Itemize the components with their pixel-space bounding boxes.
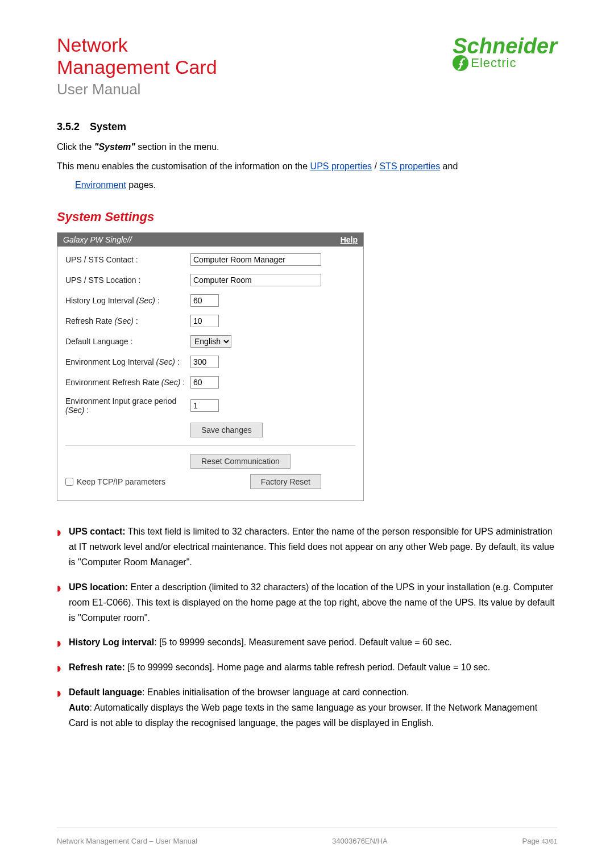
logo-text-top: Schneider [453,34,557,59]
device-name: Galaxy PW Single// [63,235,132,244]
footer-rule [57,828,557,828]
bullet-icon: ◗ [57,582,61,626]
bullet-history-log: History Log interval: [5 to 99999 second… [69,635,452,650]
env-refresh-rate-input[interactable] [190,376,219,389]
sts-properties-link[interactable]: STS properties [379,161,440,171]
help-link[interactable]: Help [341,235,358,244]
system-settings-panel: Galaxy PW Single// Help UPS / STS Contac… [57,232,364,501]
keep-tcpip-row[interactable]: Keep TCP/IP parameters [65,477,165,486]
logo-text-bottom: Electric [471,56,516,70]
keep-tcpip-checkbox[interactable] [65,478,73,486]
footer-center: 34003676EN/HA [332,837,388,845]
ups-location-label: UPS / STS Location : [65,276,190,285]
doc-title-line2: Management Card [57,56,217,78]
history-interval-input[interactable] [190,294,219,307]
env-log-interval-label: Environment Log Interval (Sec) : [65,357,190,366]
bullet-icon: ◗ [57,687,61,731]
factory-reset-button[interactable]: Factory Reset [250,474,321,489]
bullet-default-language: Default language: Enables initialisation… [69,685,557,731]
bullet-icon: ◗ [57,662,61,675]
bullet-ups-location: UPS location: Enter a description (limit… [69,579,557,626]
bullet-refresh-rate: Refresh rate: [5 to 99999 seconds]. Home… [69,660,490,675]
bullet-icon: ◗ [57,637,61,650]
keep-tcpip-label: Keep TCP/IP parameters [77,477,165,486]
footer-left: Network Management Card – User Manual [57,837,197,845]
refresh-rate-label: Refresh Rate (Sec) : [65,316,190,326]
environment-link[interactable]: Environment [75,180,126,190]
logo-f-icon: ʄ [453,55,468,71]
footer-page: Page 43/81 [522,837,557,845]
default-language-label: Default Language : [65,337,190,346]
ups-contact-input[interactable] [190,253,321,266]
divider [65,445,355,446]
reset-communication-button[interactable]: Reset Communication [190,454,291,469]
bullet-icon: ◗ [57,526,61,570]
default-language-select[interactable]: English [190,335,231,348]
env-grace-input[interactable] [190,399,219,412]
refresh-rate-input[interactable] [190,315,219,327]
ups-properties-link[interactable]: UPS properties [310,161,372,171]
env-refresh-rate-label: Environment Refresh Rate (Sec) : [65,378,190,387]
env-grace-label: Environment Input grace period (Sec) : [65,397,190,415]
doc-subtitle: User Manual [57,81,217,98]
system-settings-title: System Settings [57,210,557,224]
intro-line1: Click the "System" section in the menu. [57,140,557,155]
ups-location-input[interactable] [190,274,321,286]
ups-contact-label: UPS / STS Contact : [65,255,190,264]
intro-line3: Environment pages. [75,178,557,193]
section-heading: 3.5.2System [57,121,557,133]
save-changes-button[interactable]: Save changes [190,423,263,437]
intro-line2: This menu enables the customisation of t… [57,159,557,174]
history-interval-label: History Log Interval (Sec) : [65,296,190,305]
env-log-interval-input[interactable] [190,356,219,368]
schneider-logo: Schneider ʄ Electric [453,34,557,71]
footer: Network Management Card – User Manual 34… [57,837,557,845]
bullet-ups-contact: UPS contact: This text field is limited … [69,524,557,570]
doc-title-line1: Network [57,34,217,56]
